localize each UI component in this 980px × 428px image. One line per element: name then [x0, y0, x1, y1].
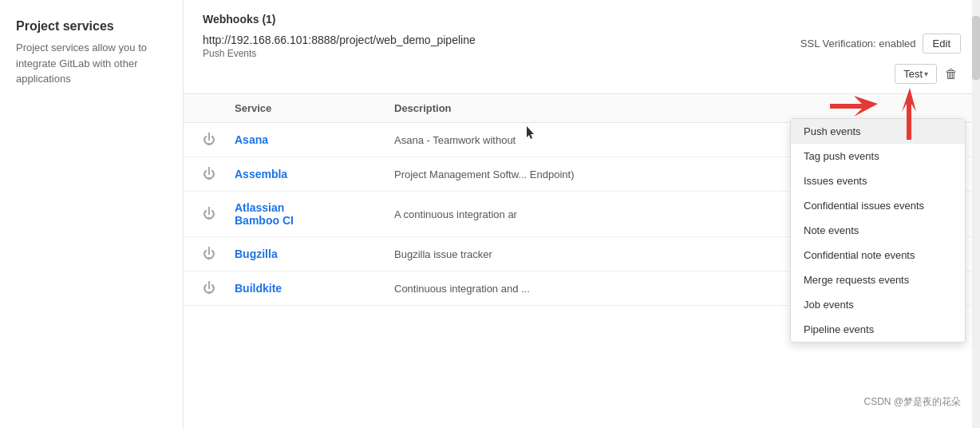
main-content: Webhooks (1) http://192.168.66.101:8888/… [184, 0, 980, 428]
power-icon[interactable]: ⏻ [203, 167, 235, 181]
ssl-verification: SSL Verification: enabled [800, 38, 916, 50]
webhook-item: http://192.168.66.101:8888/project/web_d… [203, 34, 961, 59]
webhooks-section: Webhooks (1) http://192.168.66.101:8888/… [184, 0, 980, 94]
dropdown-item-tag-push[interactable]: Tag push events [791, 144, 965, 168]
trash-icon: 🗑 [945, 67, 958, 81]
watermark: CSDN @梦是夜的花朵 [863, 395, 961, 409]
header-service: Service [235, 102, 394, 114]
webhook-events: Push Events [203, 48, 476, 59]
dropdown-item-issues[interactable]: Issues events [791, 168, 965, 193]
webhooks-title: Webhooks (1) [203, 13, 961, 26]
dropdown-item-merge-requests[interactable]: Merge requests events [791, 268, 965, 292]
webhook-left: http://192.168.66.101:8888/project/web_d… [203, 34, 476, 59]
dropdown-item-job[interactable]: Job events [791, 292, 965, 317]
service-name-bugzilla[interactable]: Bugzilla [235, 248, 394, 260]
edit-button[interactable]: Edit [923, 34, 961, 54]
service-name-line2: Bamboo CI [235, 214, 394, 227]
sidebar-title: Project services [16, 19, 167, 34]
delete-button[interactable]: 🗑 [942, 65, 961, 83]
sidebar-description: Project services allow you to integrate … [16, 40, 167, 87]
scrollbar-thumb[interactable] [972, 16, 980, 80]
power-icon[interactable]: ⏻ [203, 281, 235, 295]
power-icon[interactable]: ⏻ [203, 133, 235, 147]
dropdown-item-pipeline[interactable]: Pipeline events [791, 317, 965, 342]
webhook-url: http://192.168.66.101:8888/project/web_d… [203, 34, 476, 46]
service-name-assembla[interactable]: Assembla [235, 168, 394, 180]
chevron-down-icon: ▾ [924, 69, 928, 78]
dropdown-item-confidential-note[interactable]: Confidential note events [791, 243, 965, 268]
power-icon[interactable]: ⏻ [203, 207, 235, 221]
dropdown-item-note[interactable]: Note events [791, 218, 965, 243]
header-description: Description [394, 102, 961, 114]
test-row: Test ▾ 🗑 [203, 64, 961, 84]
scrollbar[interactable] [972, 0, 980, 428]
power-icon[interactable]: ⏻ [203, 247, 235, 261]
dropdown-item-push-events[interactable]: Push events [791, 119, 965, 144]
header-toggle [203, 102, 235, 114]
service-name-line1: Atlassian [235, 201, 394, 214]
webhook-right: SSL Verification: enabled Edit [800, 34, 961, 54]
dropdown-item-confidential-issues[interactable]: Confidential issues events [791, 193, 965, 218]
test-label: Test [903, 68, 923, 80]
service-name-asana[interactable]: Asana [235, 133, 394, 146]
service-name-bamboo[interactable]: Atlassian Bamboo CI [235, 201, 394, 227]
sidebar: Project services Project services allow … [0, 0, 184, 428]
dropdown-menu: Push events Tag push events Issues event… [790, 118, 966, 343]
service-name-buildkite[interactable]: Buildkite [235, 282, 394, 295]
test-button[interactable]: Test ▾ [895, 64, 937, 84]
